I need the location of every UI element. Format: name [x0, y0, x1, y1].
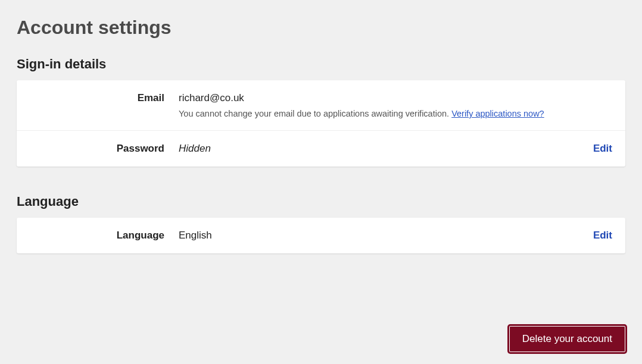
language-section-title: Language — [17, 194, 625, 209]
password-value: Hidden — [179, 143, 581, 155]
language-row: Language English Edit — [17, 218, 625, 253]
password-edit-button[interactable]: Edit — [581, 143, 612, 155]
password-value-col: Hidden — [179, 143, 581, 155]
language-label: Language — [30, 230, 179, 241]
page-title: Account settings — [17, 17, 625, 39]
delete-account-button[interactable]: Delete your account — [509, 326, 625, 352]
language-card: Language English Edit — [17, 218, 625, 253]
verify-applications-link[interactable]: Verify applications now? — [451, 109, 544, 118]
email-label: Email — [30, 92, 179, 104]
email-value: richard@co.uk — [179, 92, 612, 104]
signin-section-title: Sign-in details — [17, 57, 625, 72]
language-value: English — [179, 230, 581, 241]
delete-button-container: Delete your account — [509, 326, 625, 352]
language-edit-button[interactable]: Edit — [581, 230, 612, 241]
email-row: Email richard@co.uk You cannot change yo… — [17, 80, 625, 131]
email-value-col: richard@co.uk You cannot change your ema… — [179, 92, 612, 118]
password-label: Password — [30, 143, 179, 155]
signin-card: Email richard@co.uk You cannot change yo… — [17, 80, 625, 167]
email-help-text: You cannot change your email due to appl… — [179, 109, 612, 118]
password-row: Password Hidden Edit — [17, 131, 625, 167]
email-help-prefix: You cannot change your email due to appl… — [179, 109, 451, 118]
language-value-col: English — [179, 230, 581, 241]
